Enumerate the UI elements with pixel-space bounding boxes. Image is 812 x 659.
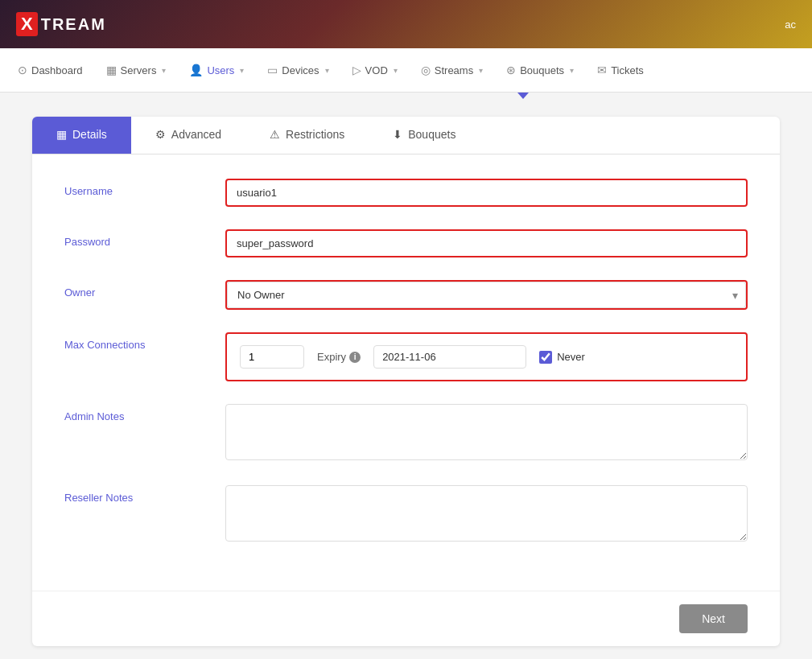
nav-servers[interactable]: ▦ Servers ▾: [97, 57, 176, 83]
nav-tickets-label: Tickets: [611, 64, 644, 76]
nav-streams[interactable]: ◎ Streams ▾: [411, 57, 493, 83]
nav-servers-label: Servers: [121, 64, 157, 76]
nav-users-label: Users: [207, 64, 234, 76]
expiry-label: Expiry i: [317, 351, 361, 363]
next-button[interactable]: Next: [679, 604, 748, 633]
restrictions-tab-icon: ⚠: [270, 128, 280, 141]
devices-chevron: ▾: [325, 66, 329, 75]
tab-details[interactable]: ▦ Details: [32, 117, 131, 154]
header: X TREAM ac: [0, 0, 812, 48]
nav-vod[interactable]: ▷ VOD ▾: [343, 57, 407, 83]
content-card: ▦ Details ⚙ Advanced ⚠ Restrictions ⬇ Bo…: [32, 117, 780, 646]
username-control: [225, 179, 748, 207]
username-row: Username: [64, 179, 748, 207]
footer-actions: Next: [32, 591, 780, 646]
nav-devices-label: Devices: [282, 64, 319, 76]
tabs: ▦ Details ⚙ Advanced ⚠ Restrictions ⬇ Bo…: [32, 117, 780, 154]
expiry-text: Expiry: [317, 351, 346, 363]
tab-bouquets-label: Bouquets: [408, 128, 455, 141]
max-connections-row: Max Connections Expiry i Ne: [64, 332, 748, 381]
reseller-notes-textarea[interactable]: [225, 485, 748, 542]
logo-x: X: [16, 12, 38, 36]
streams-chevron: ▾: [479, 66, 483, 75]
never-wrap: Never: [539, 351, 585, 364]
tab-advanced[interactable]: ⚙ Advanced: [131, 117, 245, 154]
users-chevron: ▾: [240, 66, 244, 75]
never-label: Never: [557, 351, 585, 363]
tickets-icon: ✉: [597, 64, 607, 76]
max-connections-control: Expiry i Never: [225, 332, 748, 381]
vod-chevron: ▾: [394, 66, 398, 75]
main-content: ▦ Details ⚙ Advanced ⚠ Restrictions ⬇ Bo…: [0, 101, 812, 659]
nav-bouquets-label: Bouquets: [520, 64, 564, 76]
password-label: Password: [64, 229, 225, 248]
tab-advanced-label: Advanced: [171, 128, 221, 141]
owner-select[interactable]: No Owner: [227, 282, 746, 308]
servers-chevron: ▾: [162, 66, 166, 75]
tab-restrictions-label: Restrictions: [286, 128, 344, 141]
nav-streams-label: Streams: [435, 64, 473, 76]
bouquets-chevron: ▾: [570, 66, 574, 75]
form-body: Username Password Owner No Owner: [32, 154, 780, 591]
expiry-info-icon[interactable]: i: [349, 352, 361, 363]
details-tab-icon: ▦: [56, 128, 67, 141]
dashboard-icon: ⊙: [18, 64, 27, 76]
connections-wrap: Expiry i Never: [225, 332, 748, 381]
bouquets-tab-icon: ⬇: [393, 128, 402, 141]
admin-notes-row: Admin Notes: [64, 404, 748, 463]
admin-notes-label: Admin Notes: [64, 404, 225, 422]
devices-icon: ▭: [267, 64, 278, 76]
max-connections-input[interactable]: [240, 345, 304, 369]
username-input[interactable]: [225, 179, 748, 207]
owner-row: Owner No Owner ▾: [64, 280, 748, 310]
vod-icon: ▷: [352, 64, 361, 76]
reseller-notes-row: Reseller Notes: [64, 485, 748, 544]
nav-tickets[interactable]: ✉ Tickets: [587, 57, 653, 83]
streams-icon: ◎: [421, 64, 431, 76]
password-input[interactable]: [225, 229, 748, 257]
password-row: Password: [64, 229, 748, 257]
users-indicator: [0, 93, 812, 101]
logo: X TREAM: [16, 12, 106, 36]
nav-users[interactable]: 👤 Users ▾: [179, 57, 253, 83]
users-arrow: [517, 93, 529, 99]
nav-devices[interactable]: ▭ Devices ▾: [258, 57, 338, 83]
admin-notes-control: [225, 404, 748, 463]
owner-select-wrap: No Owner ▾: [225, 280, 748, 310]
nav-dashboard-label: Dashboard: [31, 64, 83, 76]
nav: ⊙ Dashboard ▦ Servers ▾ 👤 Users ▾ ▭ Devi…: [0, 48, 812, 93]
advanced-tab-icon: ⚙: [155, 128, 166, 141]
max-connections-label: Max Connections: [64, 332, 225, 351]
tab-details-label: Details: [72, 128, 107, 141]
password-control: [225, 229, 748, 257]
nav-vod-label: VOD: [365, 64, 388, 76]
username-label: Username: [64, 179, 225, 197]
tab-restrictions[interactable]: ⚠ Restrictions: [245, 117, 369, 154]
max-label-part1: Max: [64, 339, 84, 351]
nav-bouquets[interactable]: ⊛ Bouquets ▾: [497, 57, 583, 83]
max-label-part3: Connections: [87, 339, 145, 351]
servers-icon: ▦: [106, 64, 117, 76]
bouquets-icon: ⊛: [506, 64, 516, 76]
users-icon: 👤: [189, 64, 203, 76]
owner-control: No Owner ▾: [225, 280, 748, 310]
admin-notes-textarea[interactable]: [225, 404, 748, 460]
reseller-notes-label: Reseller Notes: [64, 485, 225, 504]
tab-bouquets[interactable]: ⬇ Bouquets: [369, 117, 480, 154]
nav-dashboard[interactable]: ⊙ Dashboard: [8, 57, 93, 83]
header-user: ac: [785, 19, 796, 31]
never-checkbox[interactable]: [539, 351, 552, 364]
logo-tream: TREAM: [41, 15, 106, 34]
expiry-date-input[interactable]: [373, 345, 526, 369]
owner-label: Owner: [64, 280, 225, 299]
reseller-notes-control: [225, 485, 748, 544]
